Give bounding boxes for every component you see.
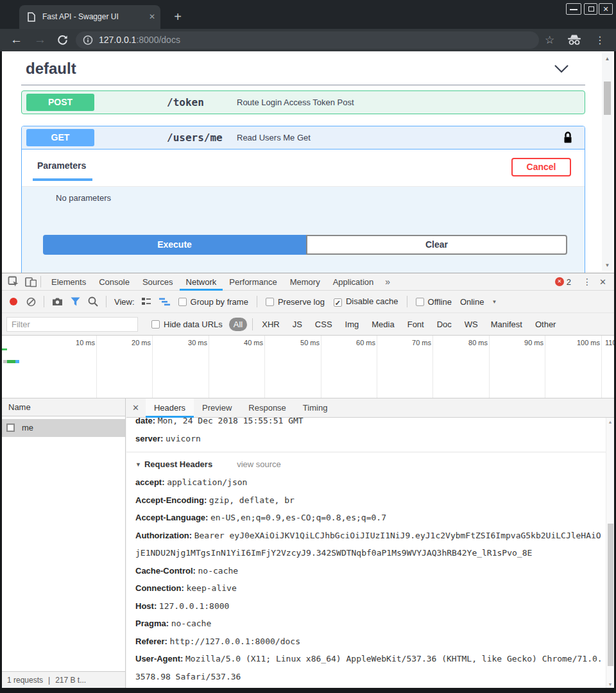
details-tab[interactable]: Headers [146,398,194,418]
window-frame-bottom [0,688,616,693]
window-minimize-button[interactable] [566,3,581,15]
devtools-tab[interactable]: Network [180,273,223,291]
hide-data-urls-checkbox[interactable] [151,320,160,329]
filter-chip[interactable]: Doc [432,318,456,331]
scroll-down-icon[interactable]: ▼ [602,262,613,268]
name-column-header[interactable]: Name [2,398,125,416]
devtools-tab[interactable]: Memory [284,273,327,291]
chevron-down-icon[interactable] [554,64,569,76]
status-separator: | [48,676,50,685]
reload-button[interactable] [56,34,69,49]
window-maximize-button[interactable] [584,3,597,15]
filter-chip[interactable]: Manifest [486,318,527,331]
lock-icon[interactable] [563,131,573,147]
screenshot-camera-icon[interactable] [52,297,63,306]
inspect-element-icon[interactable] [8,276,19,287]
bookmark-star-icon[interactable]: ☆ [545,30,554,52]
forward-button[interactable]: → [34,29,46,51]
window-close-button[interactable]: ✕ [599,3,613,15]
filter-chip[interactable]: Media [367,318,398,331]
details-scrollbar-thumb[interactable] [608,524,613,666]
swagger-section-title[interactable]: default [26,60,76,78]
devtools-tab[interactable]: Application [327,273,381,291]
page-scrollbar-thumb[interactable] [604,81,611,115]
more-tabs-icon[interactable]: » [380,277,395,287]
url-text[interactable]: 127.0.0.1:8000/docs [99,31,180,49]
site-info-icon[interactable] [83,35,93,48]
devtools-menu-icon[interactable]: ⋮ [576,277,598,287]
devtools-tab[interactable]: Sources [136,273,180,291]
endpoint-post-token[interactable]: POST /token Route Login Access Token Pos… [21,90,585,114]
scroll-up-icon[interactable]: ▲ [606,420,614,424]
offline-option[interactable]: Offline [416,297,452,307]
disable-cache-checkbox[interactable]: ✓ [334,298,342,307]
cancel-button[interactable]: Cancel [511,158,571,176]
parameters-tab[interactable]: Parameters [37,160,86,171]
filter-chip[interactable]: Font [403,318,429,331]
details-tab[interactable]: Preview [194,398,240,418]
request-count: 1 requests [7,676,43,685]
url-host: 127.0.0.1 [99,35,136,45]
details-tabbar: ✕ HeadersPreviewResponseTiming [126,398,614,418]
waterfall-view-icon[interactable] [159,298,170,306]
browser-menu-icon[interactable]: ⋮ [595,30,605,52]
request-headers-title[interactable]: Request Headers [144,459,212,469]
dropdown-arrow-icon[interactable]: ▼ [492,299,497,305]
collapse-triangle-icon[interactable]: ▼ [135,461,141,468]
timeline-tick: 20 ms [152,336,153,398]
disable-cache-option[interactable]: ✓Disable cache [334,296,398,307]
devtools-tab[interactable]: Elements [45,273,92,291]
back-button[interactable]: ← [10,29,22,51]
file-icon [6,424,15,432]
requests-list-panel: Name me [2,398,126,671]
scroll-down-icon[interactable]: ▼ [606,682,614,687]
header-line: accept: application/json [135,474,606,492]
filter-chip[interactable]: Other [531,318,561,331]
preserve-log-option[interactable]: Preserve log [266,297,325,307]
offline-checkbox[interactable] [416,298,424,306]
error-count[interactable]: 2 [567,277,571,287]
page-scrollbar[interactable]: ▲ ▼ [602,53,613,271]
details-tab[interactable]: Timing [295,398,336,418]
browser-tab[interactable]: Fast API - Swagger UI ✕ [19,5,160,29]
address-bar[interactable]: 127.0.0.1:8000/docs [76,31,539,49]
filter-chip[interactable]: XHR [257,318,284,331]
filter-input[interactable] [6,317,138,332]
clear-button[interactable]: Clear [306,235,567,255]
throttling-dropdown[interactable]: Online [460,297,484,307]
device-toolbar-icon[interactable] [25,276,37,287]
scroll-up-icon[interactable]: ▲ [602,56,613,62]
group-by-frame-checkbox[interactable] [178,298,187,306]
filter-chip[interactable]: WS [460,318,483,331]
devtools-tab[interactable]: Performance [223,273,283,291]
record-icon[interactable] [10,298,17,305]
hide-data-urls-option[interactable]: Hide data URLs [151,320,223,329]
error-badge-icon[interactable]: ✕ [555,277,564,286]
preserve-log-checkbox[interactable] [266,298,274,306]
details-close-icon[interactable]: ✕ [126,403,146,413]
view-source-link[interactable]: view source [237,459,281,469]
devtools-close-icon[interactable]: ✕ [598,277,614,287]
section-divider [21,85,585,85]
request-row[interactable]: me [2,419,125,437]
group-by-frame-option[interactable]: Group by frame [178,297,248,307]
list-view-icon[interactable] [141,297,151,306]
separator [44,296,44,307]
execute-button[interactable]: Execute [43,235,306,255]
tab-close-icon[interactable]: ✕ [149,5,155,29]
filter-funnel-icon[interactable] [71,297,80,306]
details-tab[interactable]: Response [240,398,295,418]
timeline-tick: 80 ms [489,336,490,398]
search-icon[interactable] [88,296,98,307]
filter-chip[interactable]: All [229,318,247,331]
filter-chip[interactable]: CSS [311,318,337,331]
get-path: /users/me [167,126,223,150]
details-scrollbar[interactable]: ▲ ▼ [606,418,614,689]
filter-chip[interactable]: JS [288,318,307,331]
devtools-tab[interactable]: Console [92,273,136,291]
network-overview-timeline[interactable]: 10 ms20 ms30 ms40 ms50 ms60 ms70 ms80 ms… [2,336,614,398]
filter-chip[interactable]: Img [341,318,364,331]
clear-icon[interactable] [26,297,36,307]
get-summary-row[interactable]: GET /users/me Read Users Me Get [22,126,585,150]
new-tab-button[interactable]: + [168,6,187,27]
